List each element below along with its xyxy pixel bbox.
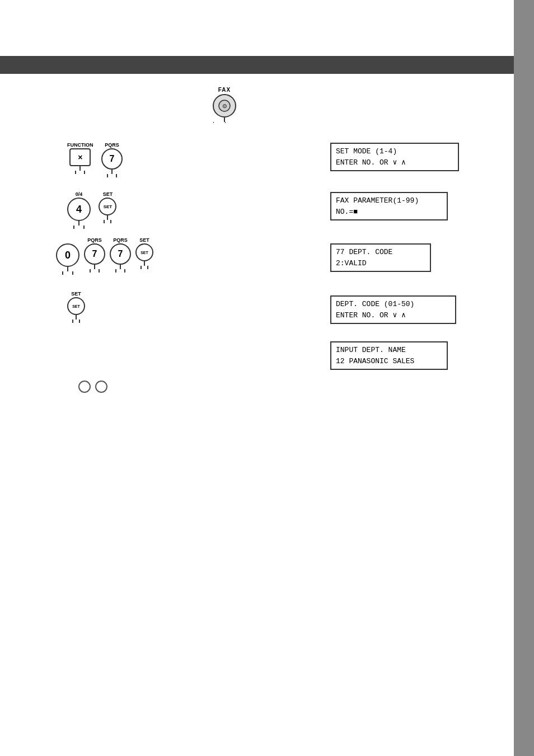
step1-display-line2: ENTER NO. OR ∨ ∧	[336, 157, 453, 168]
step3-display: 77 DEPT. CODE 2:VALID	[330, 243, 431, 272]
set-key-step4-button[interactable]: SET	[67, 297, 85, 315]
set-key-step3-button[interactable]: SET	[135, 243, 153, 261]
step4-display-line2: ENTER NO. OR ∨ ∧	[336, 310, 451, 321]
key4-step2-button[interactable]: 4	[67, 198, 91, 221]
key7b-step3-button[interactable]: 7	[110, 243, 131, 265]
key7a-step3-button[interactable]: 7	[84, 243, 105, 265]
circle-1	[78, 381, 91, 393]
step1-keys-row: FUNCTION × PQRS 7	[67, 139, 123, 177]
right-sidebar	[514, 0, 534, 756]
step3-display-line1: 77 DEPT. CODE	[336, 247, 425, 258]
fax-icon: ⊙	[218, 99, 231, 112]
key4-step2-label: 0/4	[76, 191, 83, 197]
set-key-step2-button[interactable]: SET	[99, 198, 116, 215]
step4-keys-row: SET SET	[67, 291, 85, 323]
step2-display-line1: FAX PARAMETER(1-99)	[336, 195, 442, 206]
key0-step3-group: 0	[56, 237, 79, 275]
set-key-step3-group: SET SET	[135, 237, 153, 269]
step2-display: FAX PARAMETER(1-99) NO.=■	[330, 192, 448, 220]
step3-display-line2: 2:VALID	[336, 258, 425, 269]
fax-button[interactable]: ⊙	[213, 94, 236, 118]
top-header-bar	[0, 56, 514, 74]
key7b-step3-group: PQRS 7	[110, 237, 131, 273]
svg-text:⊙: ⊙	[222, 103, 227, 109]
step5-display-line1: INPUT DEPT. NAME	[336, 345, 442, 356]
step5-display: INPUT DEPT. NAME 12 PANASONIC SALES	[330, 341, 448, 370]
key4-step2-group: 0/4 4	[67, 191, 91, 229]
key7a-step3-group: PQRS 7	[84, 237, 105, 273]
set-key-step4-group: SET SET	[67, 291, 85, 323]
set-key-step2-label: SET	[103, 191, 113, 197]
step2-keys-row: 0/4 4 SET SET	[67, 188, 116, 229]
function-button[interactable]: ×	[69, 148, 91, 166]
key7-step1-label: PQRS	[105, 142, 119, 148]
step2-display-line2: NO.=■	[336, 206, 442, 218]
key0-step3-button[interactable]: 0	[56, 243, 79, 267]
circle-2	[95, 381, 107, 393]
function-key-label: FUNCTION	[67, 142, 93, 148]
step3-keys-row: 0 PQRS 7 PQRS 7 SET SET	[56, 237, 153, 275]
step5-display-line2: 12 PANASONIC SALES	[336, 356, 442, 367]
key7-step1-group: PQRS 7	[101, 142, 123, 177]
step1-display-line1: SET MODE (1-4)	[336, 146, 453, 157]
set-key-step2-group: SET SET	[99, 191, 116, 223]
fax-label: FAX	[218, 87, 231, 93]
two-circles-group	[78, 381, 107, 393]
fax-key-area: FAX ⊙	[213, 87, 236, 123]
step1-display: SET MODE (1-4) ENTER NO. OR ∨ ∧	[330, 143, 459, 171]
step4-display-line1: DEPT. CODE (01-50)	[336, 299, 451, 310]
step4-display: DEPT. CODE (01-50) ENTER NO. OR ∨ ∧	[330, 295, 456, 324]
function-key-group: FUNCTION ×	[67, 142, 93, 174]
key7-step1-button[interactable]: 7	[101, 148, 123, 170]
